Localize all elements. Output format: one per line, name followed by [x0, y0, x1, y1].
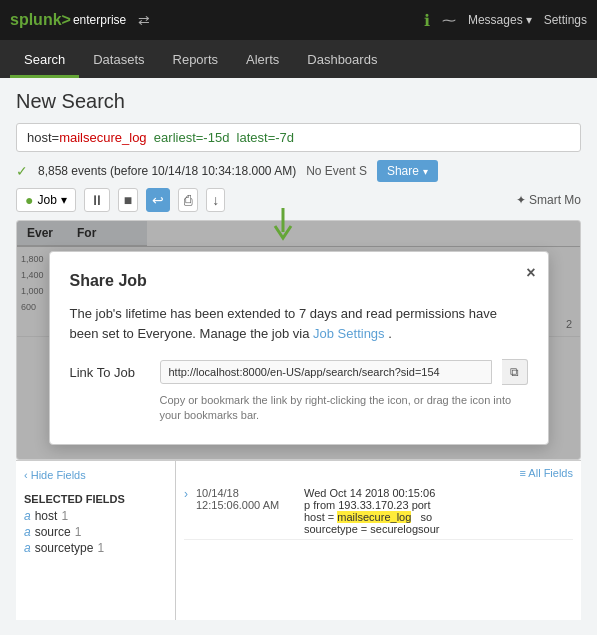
link-to-job-row: Link To Job ⧉ — [70, 359, 528, 385]
print-button[interactable]: ⎙ — [178, 188, 198, 212]
status-bar: ✓ 8,858 events (before 10/14/18 10:34:18… — [16, 160, 581, 182]
download-button[interactable]: ↓ — [206, 188, 225, 212]
all-fields-button[interactable]: ≡ All Fields — [520, 467, 574, 479]
modal-body: The job's lifetime has been extended to … — [70, 304, 528, 343]
left-panel: ‹ Hide Fields SELECTED FIELDS a host 1 a… — [16, 461, 176, 620]
event-area: Ever For 1,800 1,400 1,000 600 — [16, 220, 581, 460]
check-icon: ✓ — [16, 163, 28, 179]
main-content: New Search host=mailsecure_log earliest=… — [0, 78, 597, 632]
link-hint: Copy or bookmark the link by right-click… — [160, 393, 528, 424]
event-date: 10/14/18 — [196, 487, 296, 499]
modal-close-button[interactable]: × — [526, 264, 535, 282]
host-highlight: mailsecure_log — [337, 511, 411, 523]
field-source: a source 1 — [24, 525, 167, 539]
job-settings-link[interactable]: Job Settings — [313, 326, 385, 341]
link-copy-button[interactable]: ⧉ — [502, 359, 528, 385]
sourcetype-text: securelogsour — [370, 523, 439, 535]
smart-mode: ✦ Smart Mo — [516, 193, 581, 207]
event-time: 12:15:06.000 AM — [196, 499, 296, 511]
field-sourcetype: a sourcetype 1 — [24, 541, 167, 555]
logo: splunk> enterprise — [10, 11, 126, 29]
activity-icon[interactable]: ⁓ — [442, 12, 456, 28]
event-row: › 10/14/18 12:15:06.000 AM Wed Oct 14 20… — [184, 483, 573, 540]
stop-button[interactable]: ■ — [118, 188, 138, 212]
toolbar: ● Job ▾ ⏸ ■ ↩ ⎙ ↓ ✦ Smart Mo — [16, 188, 581, 212]
event-text-line4: sourcetype = securelogsour — [304, 523, 439, 535]
tab-reports[interactable]: Reports — [159, 44, 233, 78]
job-button[interactable]: ● Job ▾ — [16, 188, 76, 212]
all-fields-bar: ≡ All Fields — [184, 467, 573, 479]
tab-search[interactable]: Search — [10, 44, 79, 78]
search-input-bar[interactable]: host=mailsecure_log earliest=-15d latest… — [16, 123, 581, 152]
tab-dashboards[interactable]: Dashboards — [293, 44, 391, 78]
share-job-modal: Share Job × The job's lifetime has been … — [49, 251, 549, 445]
info-icon[interactable]: ℹ — [424, 11, 430, 30]
tab-bar: Search Datasets Reports Alerts Dashboard… — [0, 40, 597, 78]
settings-button[interactable]: Settings — [544, 13, 587, 27]
fields-controls: ‹ Hide Fields — [24, 469, 167, 487]
logo-enterprise: enterprise — [73, 13, 126, 27]
event-text-line1: Wed Oct 14 2018 00:15:06 — [304, 487, 439, 499]
job-dot: ● — [25, 192, 33, 208]
event-timestamp: 10/14/18 12:15:06.000 AM — [196, 487, 296, 535]
bottom-section: ‹ Hide Fields SELECTED FIELDS a host 1 a… — [16, 460, 581, 620]
link-to-job-input[interactable] — [160, 360, 492, 384]
share-active-button[interactable]: ↩ — [146, 188, 170, 212]
event-text-line3: host = mailsecure_log so — [304, 511, 439, 523]
field-host: a host 1 — [24, 509, 167, 523]
right-panel: ≡ All Fields › 10/14/18 12:15:06.000 AM … — [176, 461, 581, 620]
event-text-line2: p from 193.33.170.23 port — [304, 499, 439, 511]
no-event-status: No Event S — [306, 164, 367, 178]
link-to-job-label: Link To Job — [70, 365, 150, 380]
hide-fields-button[interactable]: ‹ Hide Fields — [24, 469, 86, 481]
nav-icon[interactable]: ⇄ — [138, 12, 150, 28]
search-query-key: host= — [27, 130, 59, 145]
event-expand-icon[interactable]: › — [184, 487, 188, 535]
modal-title: Share Job — [70, 272, 528, 290]
share-button[interactable]: Share ▾ — [377, 160, 438, 182]
search-query-val: mailsecure_log — [59, 130, 146, 145]
selected-fields-title: SELECTED FIELDS — [24, 493, 167, 505]
tab-alerts[interactable]: Alerts — [232, 44, 293, 78]
top-navbar: splunk> enterprise ⇄ ℹ ⁓ Messages ▾ Sett… — [0, 0, 597, 40]
tab-datasets[interactable]: Datasets — [79, 44, 158, 78]
app-container: splunk> enterprise ⇄ ℹ ⁓ Messages ▾ Sett… — [0, 0, 597, 635]
search-query-time: earliest=-15d latest=-7d — [154, 130, 294, 145]
pause-button[interactable]: ⏸ — [84, 188, 110, 212]
modal-overlay: Share Job × The job's lifetime has been … — [17, 221, 580, 459]
page-title: New Search — [16, 90, 581, 113]
arrow-indicator — [271, 208, 295, 249]
events-count: 8,858 events (before 10/14/18 10:34:18.0… — [38, 164, 296, 178]
logo-splunk[interactable]: splunk> — [10, 11, 71, 29]
event-content: Wed Oct 14 2018 00:15:06 p from 193.33.1… — [304, 487, 439, 535]
messages-button[interactable]: Messages ▾ — [468, 13, 532, 27]
